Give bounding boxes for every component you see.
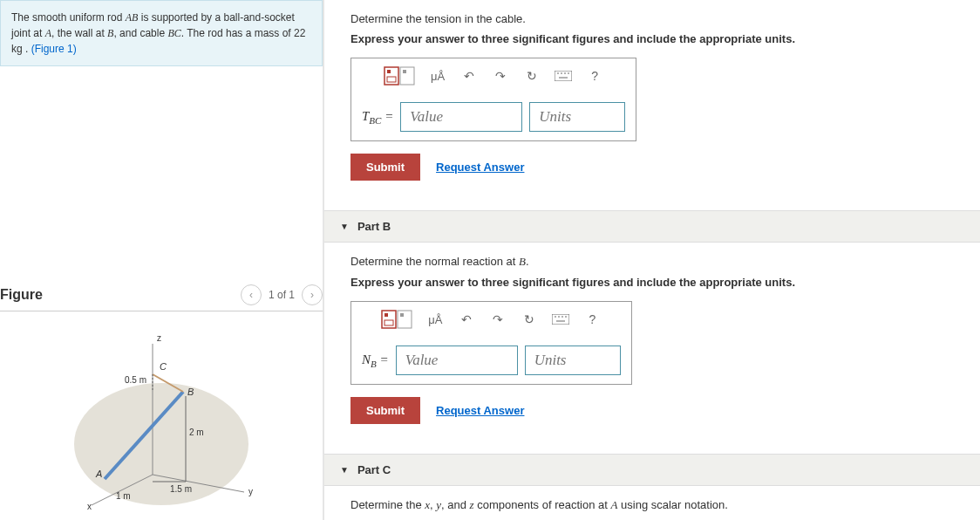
part-b-value-input[interactable] <box>396 346 518 375</box>
svg-text:x: x <box>87 502 92 511</box>
part-c-header[interactable]: ▼ Part C <box>324 454 980 486</box>
svg-text:B: B <box>187 387 194 397</box>
units-mu-icon[interactable]: μÅ <box>429 67 446 85</box>
svg-text:0.5 m: 0.5 m <box>125 375 146 385</box>
help-icon[interactable]: ? <box>583 311 601 328</box>
help-icon[interactable]: ? <box>586 67 603 85</box>
svg-text:y: y <box>248 487 253 496</box>
keyboard-icon[interactable] <box>552 311 569 328</box>
figure-next-button[interactable]: › <box>302 284 323 305</box>
reset-icon[interactable]: ↻ <box>523 67 541 85</box>
problem-text: The smooth uniform rod <box>11 11 126 24</box>
collapse-icon: ▼ <box>340 465 349 475</box>
svg-text:1 m: 1 m <box>116 491 131 501</box>
svg-rect-23 <box>403 70 406 73</box>
reset-icon[interactable]: ↻ <box>521 311 538 328</box>
part-a-answer-box: μÅ ↶ ↷ ↻ ? TBC = <box>350 58 636 141</box>
svg-rect-34 <box>400 313 404 317</box>
figure-counter: 1 of 1 <box>269 289 295 301</box>
svg-rect-35 <box>552 314 569 325</box>
svg-text:C: C <box>160 361 167 372</box>
part-b-request-answer-link[interactable]: Request Answer <box>436 404 524 417</box>
part-a-content: Determine the tension in the cable. Expr… <box>324 0 980 193</box>
undo-icon[interactable]: ↶ <box>460 67 478 85</box>
part-b-prompt: Determine the normal reaction at B. <box>350 255 954 269</box>
svg-text:1.5 m: 1.5 m <box>170 484 192 494</box>
part-c-content: Determine the x, y, and z components of … <box>324 486 980 520</box>
part-b-hint: Express your answer to three significant… <box>350 276 954 289</box>
part-a-value-input[interactable] <box>400 102 522 132</box>
figure-prev-button[interactable]: ‹ <box>241 284 262 305</box>
svg-rect-22 <box>400 67 414 85</box>
svg-text:2 m: 2 m <box>189 428 204 437</box>
collapse-icon: ▼ <box>340 222 349 231</box>
part-a-prompt: Determine the tension in the cable. <box>350 12 954 25</box>
redo-icon[interactable]: ↷ <box>489 311 507 328</box>
part-b-units-input[interactable] <box>525 346 621 375</box>
part-a-units-input[interactable] <box>529 102 625 132</box>
undo-icon[interactable]: ↶ <box>458 311 475 328</box>
svg-rect-33 <box>398 311 412 328</box>
svg-text:A: A <box>95 469 102 479</box>
svg-text:z: z <box>157 333 161 343</box>
part-b-submit-button[interactable]: Submit <box>350 397 420 424</box>
part-a-variable: TBC = <box>362 109 393 126</box>
part-c-prompt: Determine the x, y, and z components of … <box>350 498 954 512</box>
part-b-variable: NB = <box>362 352 389 369</box>
templates-icon[interactable] <box>381 309 412 330</box>
part-b-header[interactable]: ▼ Part B <box>324 210 980 243</box>
svg-rect-20 <box>387 70 391 73</box>
part-a-submit-button[interactable]: Submit <box>350 154 420 181</box>
part-b-answer-box: μÅ ↶ ↷ ↻ ? NB = <box>350 301 632 385</box>
templates-icon[interactable] <box>384 65 415 86</box>
svg-point-0 <box>74 383 248 505</box>
keyboard-icon[interactable] <box>555 67 572 85</box>
svg-rect-24 <box>555 71 572 81</box>
svg-rect-31 <box>385 313 388 317</box>
figure-link[interactable]: (Figure 1) <box>31 43 77 55</box>
figure-diagram: z x y C 0.5 m B 2 m A 1.5 m 1 m <box>39 322 283 514</box>
part-b-content: Determine the normal reaction at B. Expr… <box>324 243 980 436</box>
problem-statement: The smooth uniform rod AB is supported b… <box>0 0 323 66</box>
part-a-hint: Express your answer to three significant… <box>350 32 954 45</box>
figure-title: Figure <box>0 287 43 303</box>
redo-icon[interactable]: ↷ <box>492 67 509 85</box>
units-mu-icon[interactable]: μÅ <box>426 311 444 328</box>
part-a-request-answer-link[interactable]: Request Answer <box>436 161 524 174</box>
